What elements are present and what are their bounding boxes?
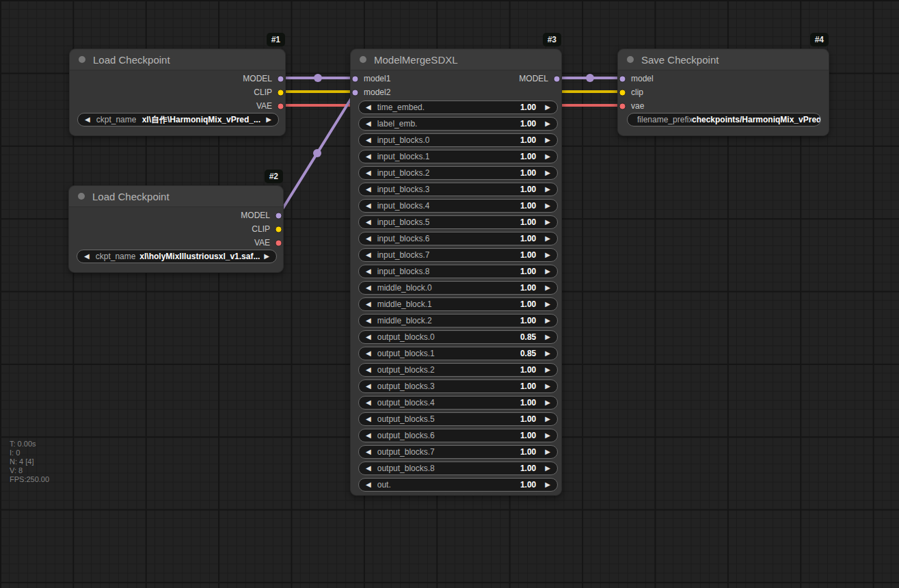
merge-ratio-widget[interactable]: ◀ middle_block.1 1.00 ▶: [358, 297, 558, 311]
node-titlebar[interactable]: Load Checkpoint: [69, 186, 283, 207]
input-slot-model[interactable]: model: [619, 72, 654, 85]
increase-arrow-icon[interactable]: ▶: [266, 116, 271, 123]
increase-arrow-icon[interactable]: ▶: [545, 334, 550, 340]
clip-port-icon[interactable]: [619, 89, 626, 96]
merge-ratio-widget[interactable]: ◀ input_blocks.1 1.00 ▶: [358, 150, 558, 163]
merge-ratio-widget[interactable]: ◀ input_blocks.0 1.00 ▶: [358, 133, 558, 147]
decrease-arrow-icon[interactable]: ◀: [366, 268, 371, 275]
increase-arrow-icon[interactable]: ▶: [545, 301, 550, 308]
model-port-icon[interactable]: [553, 75, 561, 83]
increase-arrow-icon[interactable]: ▶: [545, 104, 550, 111]
increase-arrow-icon[interactable]: ▶: [545, 186, 550, 193]
increase-arrow-icon[interactable]: ▶: [264, 253, 269, 260]
filename-prefix-widget[interactable]: filename_prefix checkpoints/HarmoniqMix_…: [627, 113, 821, 126]
decrease-arrow-icon[interactable]: ◀: [366, 383, 371, 390]
merge-ratio-widget[interactable]: ◀ input_blocks.8 1.00 ▶: [358, 265, 558, 278]
merge-ratio-widget[interactable]: ◀ output_blocks.0 0.85 ▶: [358, 330, 558, 344]
merge-ratio-widget[interactable]: ◀ input_blocks.4 1.00 ▶: [358, 199, 558, 213]
decrease-arrow-icon[interactable]: ◀: [366, 449, 371, 455]
input-slot-model2[interactable]: model2: [351, 85, 390, 99]
output-slot-model[interactable]: MODEL: [241, 209, 282, 222]
decrease-arrow-icon[interactable]: ◀: [366, 219, 371, 226]
decrease-arrow-icon[interactable]: ◀: [366, 301, 371, 308]
merge-ratio-widget[interactable]: ◀ input_blocks.6 1.00 ▶: [358, 232, 558, 245]
output-slot-clip[interactable]: CLIP: [254, 85, 284, 99]
merge-ratio-widget[interactable]: ◀ input_blocks.7 1.00 ▶: [358, 248, 558, 262]
merge-ratio-widget[interactable]: ◀ time_embed. 1.00 ▶: [358, 101, 558, 114]
collapse-dot-icon[interactable]: [78, 193, 85, 200]
node-titlebar[interactable]: Save Checkpoint: [618, 49, 829, 70]
merge-ratio-widget[interactable]: ◀ middle_block.2 1.00 ▶: [358, 314, 558, 328]
node-load-checkpoint-2[interactable]: #2 Load Checkpoint MODEL CLIP VAE ◀ ckpt…: [68, 185, 284, 273]
decrease-arrow-icon[interactable]: ◀: [366, 334, 371, 340]
model-port-icon[interactable]: [277, 75, 284, 83]
collapse-dot-icon[interactable]: [360, 56, 366, 63]
vae-port-icon[interactable]: [275, 239, 282, 247]
increase-arrow-icon[interactable]: ▶: [545, 153, 550, 160]
node-save-checkpoint[interactable]: #4 Save Checkpoint model clip vae filena…: [617, 49, 829, 136]
decrease-arrow-icon[interactable]: ◀: [366, 350, 371, 357]
input-slot-model1[interactable]: model1: [351, 72, 390, 85]
increase-arrow-icon[interactable]: ▶: [545, 465, 550, 472]
vae-port-icon[interactable]: [277, 103, 284, 110]
decrease-arrow-icon[interactable]: ◀: [366, 366, 371, 373]
merge-ratio-widget[interactable]: ◀ output_blocks.7 1.00 ▶: [358, 445, 558, 459]
increase-arrow-icon[interactable]: ▶: [545, 481, 550, 488]
decrease-arrow-icon[interactable]: ◀: [366, 170, 371, 176]
merge-ratio-widget[interactable]: ◀ output_blocks.4 1.00 ▶: [358, 396, 558, 410]
increase-arrow-icon[interactable]: ▶: [545, 350, 550, 357]
merge-ratio-widget[interactable]: ◀ middle_block.0 1.00 ▶: [358, 281, 558, 295]
output-slot-vae[interactable]: VAE: [254, 236, 282, 250]
ckpt-name-widget[interactable]: ◀ ckpt_name xl\自作\HarmoniqMix_vPred_... …: [77, 113, 279, 126]
model-port-icon[interactable]: [351, 89, 359, 96]
decrease-arrow-icon[interactable]: ◀: [366, 399, 371, 406]
decrease-arrow-icon[interactable]: ◀: [366, 252, 371, 258]
merge-ratio-widget[interactable]: ◀ output_blocks.3 1.00 ▶: [358, 379, 558, 393]
increase-arrow-icon[interactable]: ▶: [545, 120, 550, 127]
increase-arrow-icon[interactable]: ▶: [545, 219, 550, 226]
decrease-arrow-icon[interactable]: ◀: [85, 116, 90, 123]
merge-ratio-widget[interactable]: ◀ output_blocks.5 1.00 ▶: [358, 412, 558, 426]
ckpt-name-widget[interactable]: ◀ ckpt_name xl\holyMixIllustriousxl_v1.s…: [77, 250, 277, 263]
increase-arrow-icon[interactable]: ▶: [545, 170, 550, 176]
vae-port-icon[interactable]: [619, 103, 626, 110]
node-load-checkpoint-1[interactable]: #1 Load Checkpoint MODEL CLIP VAE ◀ ckpt…: [69, 49, 286, 136]
decrease-arrow-icon[interactable]: ◀: [366, 104, 371, 111]
decrease-arrow-icon[interactable]: ◀: [84, 253, 90, 260]
increase-arrow-icon[interactable]: ▶: [545, 449, 550, 455]
clip-port-icon[interactable]: [277, 89, 284, 96]
increase-arrow-icon[interactable]: ▶: [545, 383, 550, 390]
node-titlebar[interactable]: ModelMergeSDXL: [351, 49, 561, 70]
merge-ratio-widget[interactable]: ◀ output_blocks.2 1.00 ▶: [358, 363, 558, 377]
output-slot-model[interactable]: MODEL: [519, 72, 561, 85]
decrease-arrow-icon[interactable]: ◀: [366, 137, 371, 144]
merge-ratio-widget[interactable]: ◀ input_blocks.2 1.00 ▶: [358, 166, 558, 180]
increase-arrow-icon[interactable]: ▶: [545, 399, 550, 406]
decrease-arrow-icon[interactable]: ◀: [366, 465, 371, 472]
decrease-arrow-icon[interactable]: ◀: [366, 120, 371, 127]
node-model-merge-sdxl[interactable]: #3 ModelMergeSDXL model1 model2 MODEL ◀ …: [350, 49, 562, 496]
merge-ratio-widget[interactable]: ◀ label_emb. 1.00 ▶: [358, 117, 558, 131]
node-titlebar[interactable]: Load Checkpoint: [70, 49, 285, 70]
model-port-icon[interactable]: [351, 75, 359, 83]
decrease-arrow-icon[interactable]: ◀: [366, 432, 371, 439]
increase-arrow-icon[interactable]: ▶: [545, 137, 550, 144]
wire-midpoint-dot[interactable]: [586, 74, 594, 82]
merge-ratio-widget[interactable]: ◀ input_blocks.5 1.00 ▶: [358, 215, 558, 229]
input-slot-clip[interactable]: clip: [619, 85, 643, 99]
model-port-icon[interactable]: [619, 75, 626, 83]
input-slot-vae[interactable]: vae: [619, 99, 644, 113]
model-port-icon[interactable]: [275, 212, 282, 219]
decrease-arrow-icon[interactable]: ◀: [366, 186, 371, 193]
increase-arrow-icon[interactable]: ▶: [545, 366, 550, 373]
increase-arrow-icon[interactable]: ▶: [545, 284, 550, 291]
increase-arrow-icon[interactable]: ▶: [545, 202, 550, 209]
merge-ratio-widget[interactable]: ◀ output_blocks.6 1.00 ▶: [358, 429, 558, 442]
merge-ratio-widget[interactable]: ◀ input_blocks.3 1.00 ▶: [358, 183, 558, 196]
increase-arrow-icon[interactable]: ▶: [545, 268, 550, 275]
decrease-arrow-icon[interactable]: ◀: [366, 284, 371, 291]
collapse-dot-icon[interactable]: [627, 56, 634, 63]
clip-port-icon[interactable]: [275, 226, 282, 233]
decrease-arrow-icon[interactable]: ◀: [366, 235, 371, 242]
increase-arrow-icon[interactable]: ▶: [545, 432, 550, 439]
